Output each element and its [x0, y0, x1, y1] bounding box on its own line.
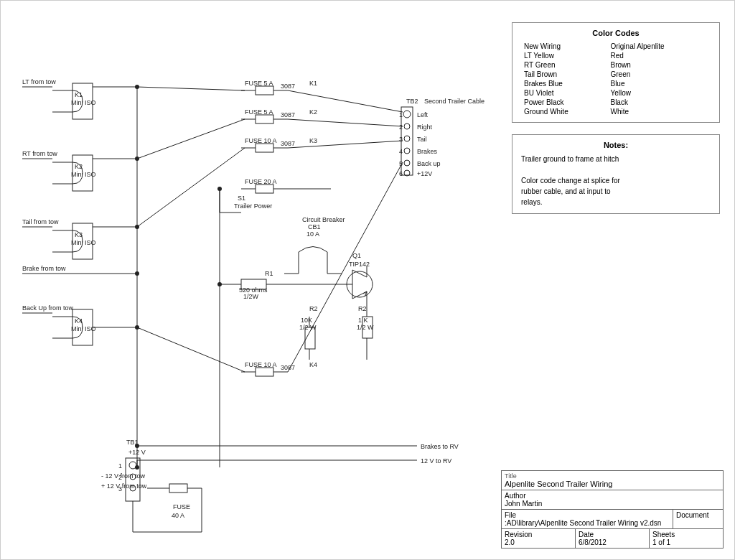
svg-text:Right: Right [417, 123, 433, 131]
tb-bottom-row: Revision 2.0 Date 6/8/2012 Sheets 1 of 1 [502, 529, 723, 548]
svg-text:CB1: CB1 [308, 223, 321, 230]
author-value: John Martin [505, 500, 720, 508]
col-header-orig: Original Alpenlite [607, 42, 711, 51]
svg-text:30: 30 [281, 140, 288, 147]
sheets-cell: Sheets 1 of 1 [649, 529, 723, 548]
tb-file-row: File :AD\library\Alpenlite Second Traile… [502, 510, 723, 529]
svg-line-162 [137, 119, 245, 159]
color-code-row: Brakes BlueBlue [521, 79, 711, 88]
svg-line-164 [137, 327, 245, 372]
svg-text:3: 3 [399, 136, 403, 143]
svg-text:Second Trailer Cable: Second Trailer Cable [424, 98, 484, 105]
color-orig: Brown [607, 60, 711, 70]
color-orig: White [607, 107, 711, 116]
sheets-value: 1 of 1 [652, 538, 720, 546]
note-line: rubber cable, and at input to [521, 186, 711, 197]
svg-point-170 [135, 444, 139, 448]
note-line: Trailer ground to frame at hitch [521, 154, 711, 164]
document-label: Document [676, 511, 720, 519]
svg-text:2: 2 [399, 123, 403, 131]
svg-line-46 [288, 90, 403, 112]
file-cell: File :AD\library\Alpenlite Second Traile… [502, 510, 673, 528]
color-new-wiring: Power Black [521, 98, 607, 107]
date-cell: Date 6/8/2012 [575, 529, 649, 548]
color-codes-table: New Wiring Original Alpenlite LT YellowR… [521, 42, 711, 116]
svg-text:+ 12 V from tow: + 12 V from tow [101, 482, 147, 490]
svg-point-86 [404, 123, 410, 129]
color-orig: Red [607, 51, 711, 60]
svg-text:Back Up from tow: Back Up from tow [22, 304, 74, 312]
svg-text:12 V to RV: 12 V to RV [421, 457, 451, 465]
svg-text:1: 1 [399, 111, 403, 118]
svg-text:1/2W: 1/2W [243, 293, 259, 300]
revision-label: Revision [505, 531, 572, 538]
author-label: Author [505, 492, 720, 500]
svg-text:Brakes: Brakes [417, 148, 438, 155]
svg-text:K4: K4 [75, 317, 83, 325]
color-orig: Green [607, 70, 711, 79]
svg-text:Brake from tow: Brake from tow [22, 265, 66, 272]
svg-text:87: 87 [288, 83, 295, 90]
svg-point-83 [403, 111, 411, 118]
svg-text:Left: Left [417, 111, 429, 118]
color-new-wiring: Ground White [521, 107, 607, 116]
svg-line-163 [137, 148, 245, 227]
tb-title-row: Title Alpenlite Second Trailer Wiring [502, 471, 723, 490]
color-new-wiring: LT Yellow [521, 51, 607, 60]
color-orig: Blue [607, 79, 711, 88]
color-code-row: Tail BrownGreen [521, 70, 711, 79]
svg-point-165 [135, 85, 139, 89]
note-line [521, 164, 711, 175]
svg-text:87: 87 [288, 111, 295, 118]
svg-text:Trailer Power: Trailer Power [234, 202, 272, 210]
color-code-row: Ground WhiteWhite [521, 107, 711, 116]
svg-rect-41 [256, 86, 273, 95]
revision-cell: Revision 2.0 [502, 529, 575, 548]
svg-point-160 [217, 282, 222, 286]
svg-text:K3: K3 [309, 137, 317, 144]
svg-text:R1: R1 [265, 270, 273, 277]
note-line: Color code change at splice for [521, 175, 711, 186]
svg-text:30: 30 [281, 364, 288, 371]
svg-text:Tail from tow: Tail from tow [22, 218, 59, 225]
svg-point-95 [404, 160, 410, 166]
svg-text:K2: K2 [75, 163, 83, 170]
svg-text:+12 V: +12 V [128, 449, 146, 456]
svg-text:S1: S1 [238, 195, 245, 202]
svg-text:1: 1 [118, 462, 122, 470]
svg-text:40 A: 40 A [172, 512, 184, 519]
svg-text:Back up: Back up [417, 160, 441, 167]
svg-text:6: 6 [399, 170, 403, 177]
svg-text:+12V: +12V [417, 170, 432, 177]
svg-text:Mini ISO: Mini ISO [71, 171, 96, 178]
svg-text:1/2 W: 1/2 W [299, 324, 317, 331]
svg-rect-57 [256, 144, 273, 152]
svg-text:Tail: Tail [417, 136, 427, 143]
svg-text:K1: K1 [75, 91, 83, 98]
svg-text:4: 4 [399, 148, 403, 155]
file-label: File [505, 511, 670, 519]
title-block: Title Alpenlite Second Trailer Wiring Au… [501, 470, 724, 549]
svg-text:R2: R2 [309, 305, 318, 312]
svg-text:10K: 10K [301, 317, 312, 324]
col-header-new: New Wiring [521, 42, 607, 51]
svg-text:Circuit Breaker: Circuit Breaker [302, 216, 345, 223]
color-code-row: LT YellowRed [521, 51, 711, 60]
color-code-row: Power BlackBlack [521, 98, 711, 107]
document-cell: Document [673, 510, 723, 528]
svg-text:FUSE: FUSE [173, 503, 190, 510]
main-container: text { font-family: Arial, sans-serif; f… [0, 0, 735, 560]
svg-text:Mini ISO: Mini ISO [71, 325, 96, 332]
svg-text:LT from tow: LT from tow [22, 78, 56, 85]
color-new-wiring: RT Green [521, 60, 607, 70]
color-new-wiring: Brakes Blue [521, 79, 607, 88]
color-code-row: RT GreenBrown [521, 60, 711, 70]
title-label: Title [505, 472, 720, 480]
svg-text:1 K: 1 K [358, 317, 368, 324]
revision-value: 2.0 [505, 538, 572, 546]
date-label: Date [579, 531, 646, 538]
note-line: relays. [521, 197, 711, 207]
svg-text:- 12 V from tow: - 12 V from tow [101, 472, 146, 480]
svg-text:RT from tow: RT from tow [22, 150, 57, 157]
svg-text:5: 5 [399, 160, 403, 167]
